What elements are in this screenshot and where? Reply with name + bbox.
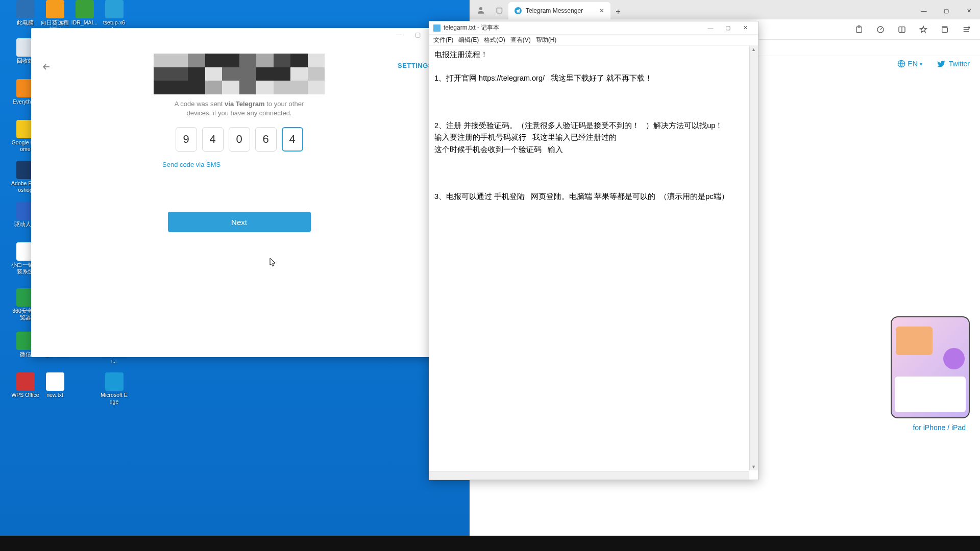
desktop-icon[interactable]: WPS Office — [11, 372, 39, 398]
extensions-icon[interactable] — [850, 21, 868, 38]
twitter-icon — [937, 59, 946, 68]
icon-label: 此电脑 — [11, 19, 39, 26]
taskbar[interactable] — [0, 536, 980, 551]
desktop-icon[interactable]: tsetup-x64... — [100, 0, 128, 32]
code-digit-2[interactable]: 4 — [202, 127, 224, 152]
browser-tabstrip: Telegram Messenger ✕ + ― ▢ ✕ — [470, 0, 980, 19]
icon-label: WPS Office — [11, 392, 39, 398]
code-input-row: 94064 — [41, 127, 437, 152]
notepad-icon — [433, 24, 440, 32]
mouse-cursor — [269, 258, 277, 270]
notepad-titlebar: telegarm.txt - 记事本 ― ▢ ✕ — [429, 21, 758, 35]
code-digit-1[interactable]: 9 — [176, 127, 197, 152]
send-sms-link[interactable]: Send code via SMS — [162, 161, 437, 168]
desktop-icon[interactable]: Microsoft Edge — [100, 372, 128, 405]
menu-item[interactable]: 文件(F) — [433, 36, 453, 44]
app-icon — [16, 372, 35, 391]
svg-rect-3 — [856, 27, 862, 32]
notepad-close-button[interactable]: ✕ — [737, 22, 754, 34]
promo-caption[interactable]: for iPhone / iPad — [913, 423, 966, 432]
tab-actions-button[interactable] — [490, 1, 508, 19]
app-icon — [105, 0, 124, 18]
icon-label: IDR_MAI... — [70, 19, 99, 26]
tab-title: Telegram Messenger — [526, 7, 583, 14]
browser-minimize-button[interactable]: ― — [913, 2, 935, 19]
horizontal-scrollbar[interactable] — [429, 471, 749, 480]
menu-item[interactable]: 编辑(E) — [458, 36, 479, 44]
code-digit-4[interactable]: 6 — [255, 127, 277, 152]
app-icon — [76, 0, 94, 18]
collections-icon[interactable] — [936, 21, 953, 38]
browser-tab[interactable]: Telegram Messenger ✕ — [508, 2, 610, 19]
desktop-icon[interactable]: IDR_MAI... — [70, 0, 99, 26]
notepad-window: telegarm.txt - 记事本 ― ▢ ✕ 文件(F)编辑(E)格式(O)… — [429, 21, 758, 480]
notepad-content[interactable]: 电报注册流程！ 1、打开官网 https://telegram.org/ 我这里… — [429, 46, 758, 206]
favorites-icon[interactable] — [915, 21, 932, 38]
performance-icon[interactable] — [872, 21, 889, 38]
notepad-minimize-button[interactable]: ― — [702, 22, 719, 34]
arrow-left-icon — [41, 62, 52, 72]
code-digit-5[interactable]: 4 — [282, 127, 303, 152]
split-screen-icon[interactable] — [893, 21, 911, 38]
telegram-window: ― ▢ ✕ SETTINGS A code was sent via Teleg… — [31, 28, 447, 357]
telegram-icon — [514, 7, 522, 14]
twitter-link[interactable]: Twitter — [937, 59, 970, 68]
globe-icon — [897, 60, 905, 68]
icon-label: Microsoft Edge — [100, 392, 128, 405]
chevron-down-icon: ▾ — [920, 61, 922, 67]
code-digit-3[interactable]: 0 — [229, 127, 250, 152]
app-icon — [46, 0, 64, 18]
more-icon[interactable] — [958, 21, 975, 38]
promo-image — [891, 316, 970, 418]
new-tab-button[interactable]: + — [610, 4, 626, 19]
browser-maximize-button[interactable]: ▢ — [935, 2, 958, 19]
phone-number-blurred — [154, 54, 325, 94]
app-icon — [46, 372, 64, 391]
next-button[interactable]: Next — [168, 212, 311, 232]
desktop-icon[interactable]: 此电脑 — [11, 0, 39, 26]
back-button[interactable] — [41, 62, 52, 74]
app-icon — [105, 372, 124, 391]
notepad-menu: 文件(F)编辑(E)格式(O)查看(V)帮助(H) — [429, 35, 758, 46]
icon-label: new.txt — [41, 392, 69, 398]
telegram-titlebar: ― ▢ ✕ — [31, 28, 447, 41]
notepad-maximize-button[interactable]: ▢ — [719, 22, 737, 34]
desktop-icon[interactable]: new.txt — [41, 372, 69, 398]
menu-item[interactable]: 格式(O) — [484, 36, 505, 44]
svg-point-0 — [479, 7, 482, 10]
language-selector[interactable]: EN ▾ — [897, 60, 922, 68]
menu-item[interactable]: 查看(V) — [510, 36, 531, 44]
svg-rect-8 — [942, 28, 948, 32]
code-hint: A code was sent via Telegram to your oth… — [173, 99, 306, 118]
menu-item[interactable]: 帮助(H) — [536, 36, 557, 44]
telegram-maximize-button[interactable]: ▢ — [408, 28, 427, 41]
vertical-scrollbar[interactable] — [749, 46, 758, 470]
settings-link[interactable]: SETTINGS — [398, 62, 433, 69]
app-icon — [16, 0, 35, 18]
notepad-title: telegarm.txt - 记事本 — [444, 23, 499, 32]
tab-close-icon[interactable]: ✕ — [599, 7, 604, 14]
telegram-minimize-button[interactable]: ― — [390, 28, 408, 41]
desktop[interactable]: 此电脑向日葵远程控制IDR_MAI...tsetup-x64...回收站Ever… — [0, 0, 980, 536]
profile-button[interactable] — [472, 1, 490, 19]
desktop-icon[interactable]: 向日葵远程控制 — [41, 0, 69, 32]
browser-close-button[interactable]: ✕ — [958, 2, 980, 19]
svg-rect-1 — [497, 8, 502, 13]
svg-point-10 — [968, 27, 970, 28]
